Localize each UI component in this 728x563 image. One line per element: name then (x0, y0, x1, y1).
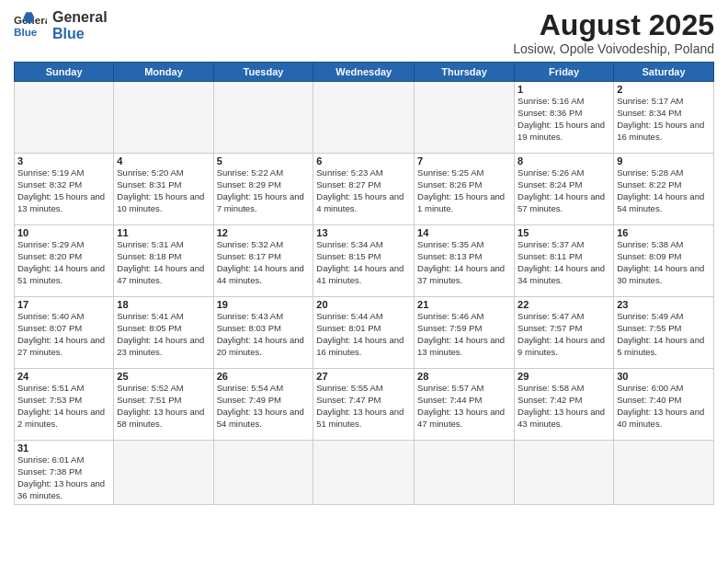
calendar-cell: 13Sunrise: 5:34 AM Sunset: 8:15 PM Dayli… (313, 225, 415, 297)
day-info: Sunrise: 5:31 AM Sunset: 8:18 PM Dayligh… (117, 239, 210, 286)
generalblue-logo-icon: General Blue (14, 9, 47, 42)
day-info: Sunrise: 5:41 AM Sunset: 8:05 PM Dayligh… (117, 311, 210, 358)
calendar-cell: 24Sunrise: 5:51 AM Sunset: 7:53 PM Dayli… (15, 369, 114, 441)
calendar-cell: 19Sunrise: 5:43 AM Sunset: 8:03 PM Dayli… (213, 297, 313, 369)
day-number: 31 (17, 442, 110, 454)
calendar-cell: 18Sunrise: 5:41 AM Sunset: 8:05 PM Dayli… (114, 297, 213, 369)
calendar-cell (313, 82, 415, 154)
weekday-header-friday: Friday (515, 63, 614, 82)
weekday-header-sunday: Sunday (15, 63, 114, 82)
calendar-cell (313, 441, 415, 505)
day-number: 20 (316, 299, 411, 310)
day-info: Sunrise: 6:01 AM Sunset: 7:38 PM Dayligh… (17, 454, 110, 501)
day-info: Sunrise: 5:28 AM Sunset: 8:22 PM Dayligh… (617, 167, 711, 214)
calendar-cell (614, 441, 714, 505)
calendar-cell: 2Sunrise: 5:17 AM Sunset: 8:34 PM Daylig… (614, 82, 714, 154)
calendar-cell: 15Sunrise: 5:37 AM Sunset: 8:11 PM Dayli… (515, 225, 614, 297)
day-info: Sunrise: 5:47 AM Sunset: 7:57 PM Dayligh… (518, 311, 610, 358)
day-info: Sunrise: 5:35 AM Sunset: 8:13 PM Dayligh… (417, 239, 511, 286)
calendar-week-row: 10Sunrise: 5:29 AM Sunset: 8:20 PM Dayli… (15, 225, 714, 297)
day-number: 30 (617, 371, 711, 382)
day-info: Sunrise: 5:51 AM Sunset: 7:53 PM Dayligh… (17, 383, 110, 430)
page: General Blue General Blue August 2025 Lo… (0, 0, 728, 514)
calendar-week-row: 31Sunrise: 6:01 AM Sunset: 7:38 PM Dayli… (15, 441, 714, 505)
day-number: 7 (417, 155, 511, 167)
day-info: Sunrise: 5:26 AM Sunset: 8:24 PM Dayligh… (518, 167, 610, 214)
day-number: 16 (617, 227, 711, 238)
calendar-cell: 30Sunrise: 6:00 AM Sunset: 7:40 PM Dayli… (614, 369, 714, 441)
calendar-cell: 6Sunrise: 5:23 AM Sunset: 8:27 PM Daylig… (313, 154, 415, 225)
day-number: 28 (417, 371, 511, 382)
calendar-cell: 17Sunrise: 5:40 AM Sunset: 8:07 PM Dayli… (15, 297, 114, 369)
calendar-cell: 7Sunrise: 5:25 AM Sunset: 8:26 PM Daylig… (415, 154, 515, 225)
day-info: Sunrise: 5:29 AM Sunset: 8:20 PM Dayligh… (17, 239, 110, 286)
day-info: Sunrise: 5:46 AM Sunset: 7:59 PM Dayligh… (417, 311, 511, 358)
calendar-cell (515, 441, 614, 505)
day-number: 3 (17, 155, 110, 167)
day-number: 9 (617, 155, 711, 167)
month-title: August 2025 (513, 9, 714, 41)
day-number: 6 (316, 155, 411, 167)
calendar-cell: 28Sunrise: 5:57 AM Sunset: 7:44 PM Dayli… (415, 369, 515, 441)
calendar-cell: 8Sunrise: 5:26 AM Sunset: 8:24 PM Daylig… (515, 154, 614, 225)
calendar-cell: 25Sunrise: 5:52 AM Sunset: 7:51 PM Dayli… (114, 369, 213, 441)
day-info: Sunrise: 5:54 AM Sunset: 7:49 PM Dayligh… (217, 383, 311, 430)
calendar-cell (114, 82, 213, 154)
logo: General Blue General Blue (14, 9, 108, 42)
calendar-cell (213, 441, 313, 505)
calendar-cell: 23Sunrise: 5:49 AM Sunset: 7:55 PM Dayli… (614, 297, 714, 369)
day-info: Sunrise: 5:37 AM Sunset: 8:11 PM Dayligh… (518, 239, 610, 286)
day-number: 8 (518, 155, 610, 167)
calendar-cell (213, 82, 313, 154)
calendar-cell: 26Sunrise: 5:54 AM Sunset: 7:49 PM Dayli… (213, 369, 313, 441)
calendar-week-row: 17Sunrise: 5:40 AM Sunset: 8:07 PM Dayli… (15, 297, 714, 369)
calendar-cell: 21Sunrise: 5:46 AM Sunset: 7:59 PM Dayli… (415, 297, 515, 369)
calendar-cell (15, 82, 114, 154)
day-info: Sunrise: 5:20 AM Sunset: 8:31 PM Dayligh… (117, 167, 210, 214)
day-number: 14 (417, 227, 511, 238)
day-number: 18 (117, 299, 210, 310)
day-number: 5 (217, 155, 311, 167)
day-number: 13 (316, 227, 411, 238)
day-number: 11 (117, 227, 210, 238)
calendar-week-row: 24Sunrise: 5:51 AM Sunset: 7:53 PM Dayli… (15, 369, 714, 441)
calendar-cell: 31Sunrise: 6:01 AM Sunset: 7:38 PM Dayli… (15, 441, 114, 505)
day-info: Sunrise: 5:40 AM Sunset: 8:07 PM Dayligh… (17, 311, 110, 358)
day-info: Sunrise: 5:25 AM Sunset: 8:26 PM Dayligh… (417, 167, 511, 214)
day-info: Sunrise: 5:43 AM Sunset: 8:03 PM Dayligh… (217, 311, 311, 358)
day-number: 4 (117, 155, 210, 167)
calendar-cell: 14Sunrise: 5:35 AM Sunset: 8:13 PM Dayli… (415, 225, 515, 297)
calendar-cell (415, 441, 515, 505)
day-info: Sunrise: 5:16 AM Sunset: 8:36 PM Dayligh… (518, 96, 610, 143)
calendar-cell: 11Sunrise: 5:31 AM Sunset: 8:18 PM Dayli… (114, 225, 213, 297)
calendar-cell: 22Sunrise: 5:47 AM Sunset: 7:57 PM Dayli… (515, 297, 614, 369)
day-number: 27 (316, 371, 411, 382)
logo-general-text: General (52, 9, 108, 26)
title-area: August 2025 Losiow, Opole Voivodeship, P… (513, 9, 714, 56)
day-number: 26 (217, 371, 311, 382)
day-info: Sunrise: 5:22 AM Sunset: 8:29 PM Dayligh… (217, 167, 311, 214)
day-info: Sunrise: 5:57 AM Sunset: 7:44 PM Dayligh… (417, 383, 511, 430)
location-subtitle: Losiow, Opole Voivodeship, Poland (513, 41, 714, 56)
day-info: Sunrise: 5:52 AM Sunset: 7:51 PM Dayligh… (117, 383, 210, 430)
day-info: Sunrise: 5:17 AM Sunset: 8:34 PM Dayligh… (617, 96, 711, 143)
weekday-header-saturday: Saturday (614, 63, 714, 82)
day-number: 24 (17, 371, 110, 382)
calendar-cell (415, 82, 515, 154)
calendar-cell: 9Sunrise: 5:28 AM Sunset: 8:22 PM Daylig… (614, 154, 714, 225)
calendar-cell: 16Sunrise: 5:38 AM Sunset: 8:09 PM Dayli… (614, 225, 714, 297)
day-number: 10 (17, 227, 110, 238)
calendar-cell: 5Sunrise: 5:22 AM Sunset: 8:29 PM Daylig… (213, 154, 313, 225)
weekday-header-tuesday: Tuesday (213, 63, 313, 82)
svg-text:Blue: Blue (14, 26, 38, 38)
calendar-cell: 20Sunrise: 5:44 AM Sunset: 8:01 PM Dayli… (313, 297, 415, 369)
weekday-header-monday: Monday (114, 63, 213, 82)
weekday-header-thursday: Thursday (415, 63, 515, 82)
day-info: Sunrise: 5:55 AM Sunset: 7:47 PM Dayligh… (316, 383, 411, 430)
calendar-cell: 4Sunrise: 5:20 AM Sunset: 8:31 PM Daylig… (114, 154, 213, 225)
day-number: 22 (518, 299, 610, 310)
day-number: 1 (518, 84, 610, 95)
day-number: 19 (217, 299, 311, 310)
calendar-cell: 27Sunrise: 5:55 AM Sunset: 7:47 PM Dayli… (313, 369, 415, 441)
day-info: Sunrise: 5:34 AM Sunset: 8:15 PM Dayligh… (316, 239, 411, 286)
